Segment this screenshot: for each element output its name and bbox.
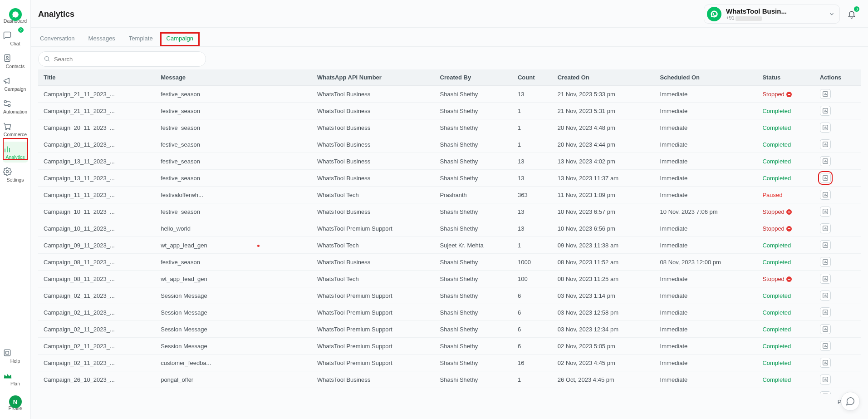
sidebar-item-contacts[interactable]: Contacts	[3, 51, 28, 72]
search-input[interactable]	[38, 51, 206, 67]
tab-template[interactable]: Template	[127, 30, 155, 46]
cell-api: WhatsTool Premium Support	[317, 326, 392, 333]
sidebar-item-profile[interactable]: NProfile	[3, 391, 28, 414]
cell-by: Shashi Shethy	[440, 376, 478, 383]
view-report-button[interactable]	[820, 190, 831, 200]
cell-by: Shashi Shethy	[440, 393, 478, 394]
sidebar-item-plan[interactable]: Plan	[3, 368, 28, 389]
view-report-button[interactable]	[820, 341, 831, 351]
view-report-button[interactable]	[820, 207, 831, 217]
cell-count: 6	[518, 309, 521, 316]
sidebar-item-chat[interactable]: Chat2	[3, 28, 28, 49]
tab-messages[interactable]: Messages	[87, 30, 117, 46]
table-row[interactable]: Campaign_21_11_2023_...festive_seasonWha…	[38, 86, 861, 103]
table-row[interactable]: Campaign_13_11_2023_...festive_seasonWha…	[38, 170, 861, 187]
bar-chart-icon	[822, 158, 829, 164]
view-report-button[interactable]	[820, 106, 831, 116]
sidebar-item-commerce[interactable]: Commerce	[3, 119, 28, 140]
cell-count: 13	[518, 393, 524, 394]
table-row[interactable]: Campaign_21_11_2023_...festive_seasonWha…	[38, 103, 861, 119]
view-report-button[interactable]	[820, 307, 831, 317]
table-row[interactable]: Campaign_02_11_2023_...Session MessageWh…	[38, 321, 861, 338]
cell-api: WhatsTool Tech	[317, 242, 359, 249]
table-row[interactable]: Campaign_11_11_2023_...festivalofferwh..…	[38, 187, 861, 203]
view-report-button[interactable]	[820, 156, 831, 166]
view-report-button[interactable]	[820, 89, 831, 99]
status-completed: Completed	[762, 326, 791, 333]
sidebar-badge: 2	[18, 27, 24, 33]
view-report-button[interactable]	[820, 291, 831, 301]
cell-count: 1	[518, 124, 521, 131]
chat-help-icon	[845, 396, 855, 406]
table-row[interactable]: Campaign_02_11_2023_...Session MessageWh…	[38, 338, 861, 355]
bar-chart-icon	[822, 393, 829, 394]
cell-created: 02 Nov, 2023 5:05 pm	[558, 343, 615, 350]
bar-chart-icon	[822, 242, 829, 248]
table-row[interactable]: Campaign_08_11_2023_...festive_seasonWha…	[38, 254, 861, 271]
chevron-down-icon	[829, 11, 835, 17]
view-report-button[interactable]	[820, 173, 831, 183]
table-row[interactable]: Campaign_09_11_2023_...wt_app_lead_genWh…	[38, 237, 861, 254]
table-row[interactable]: Campaign_17_10_2023_...festive_seasonWha…	[38, 388, 861, 394]
table-row[interactable]: Campaign_02_11_2023_...Session MessageWh…	[38, 304, 861, 321]
col-whatsapp-api-number: WhatsApp API Number	[312, 69, 434, 86]
col-created-on: Created On	[552, 69, 655, 86]
sidebar-item-help[interactable]: Help	[3, 345, 28, 366]
notifications-button[interactable]: 3	[844, 7, 859, 21]
table-row[interactable]: Campaign_10_11_2023_...festive_seasonWha…	[38, 203, 861, 220]
topbar: Analytics WhatsTool Busin... +91 3	[31, 0, 868, 28]
view-report-button[interactable]	[820, 257, 831, 267]
view-report-button[interactable]	[820, 240, 831, 250]
cell-title: Campaign_17_10_2023_...	[44, 393, 115, 394]
view-report-button[interactable]	[820, 324, 831, 334]
view-report-button[interactable]	[820, 375, 831, 384]
cell-message: festive_season	[161, 141, 200, 148]
view-report-button[interactable]	[820, 223, 831, 233]
table-row[interactable]: Campaign_20_11_2023_...festive_seasonWha…	[38, 119, 861, 136]
cell-message: customer_feedba...	[161, 360, 211, 366]
view-report-button[interactable]	[820, 391, 831, 394]
sidebar-item-campaign[interactable]: Campaign	[3, 74, 28, 94]
col-created-by: Created By	[435, 69, 512, 86]
cell-created: 08 Nov, 2023 11:25 am	[558, 276, 618, 282]
status-completed: Completed	[762, 124, 791, 131]
table-row[interactable]: Campaign_02_11_2023_...Session MessageWh…	[38, 287, 861, 304]
workspace-switcher[interactable]: WhatsTool Busin... +91	[704, 5, 840, 24]
table-row[interactable]: Campaign_02_11_2023_...customer_feedba..…	[38, 355, 861, 371]
cell-by: Shashi Shethy	[440, 292, 478, 299]
table-row[interactable]: Campaign_20_11_2023_...festive_seasonWha…	[38, 136, 861, 153]
sidebar-item-settings[interactable]: Settings	[3, 164, 28, 185]
col-status: Status	[757, 69, 814, 86]
view-report-button[interactable]	[820, 123, 831, 133]
cell-title: Campaign_09_11_2023_...	[44, 242, 115, 249]
table-row[interactable]: Campaign_26_10_2023_...pongal_offerWhats…	[38, 371, 861, 388]
view-report-button[interactable]	[820, 358, 831, 368]
cell-created: 03 Nov, 2023 1:14 pm	[558, 292, 615, 299]
status-completed: Completed	[762, 376, 791, 383]
cell-created: 10 Nov, 2023 6:56 pm	[558, 225, 615, 232]
cell-title: Campaign_02_11_2023_...	[44, 292, 115, 299]
help-bubble-button[interactable]	[841, 392, 860, 411]
table-row[interactable]: Campaign_10_11_2023_...hello_worldWhatsT…	[38, 220, 861, 237]
view-report-button[interactable]	[820, 274, 831, 284]
cell-message: festivalofferwh...	[161, 192, 203, 198]
sidebar-item-analytics[interactable]: Analytics	[3, 142, 28, 163]
cell-by: Shashi Shethy	[440, 141, 478, 148]
bar-chart-icon	[822, 309, 829, 315]
tab-campaign[interactable]: Campaign	[165, 30, 195, 46]
chat-icon	[3, 31, 28, 40]
cell-api: WhatsTool Business	[317, 175, 370, 182]
tab-conversation[interactable]: Conversation	[38, 30, 77, 46]
bar-chart-icon	[822, 376, 829, 383]
view-report-button[interactable]	[820, 139, 831, 149]
table-row[interactable]: Campaign_08_11_2023_...wt_app_lead_genWh…	[38, 271, 861, 287]
cell-title: Campaign_08_11_2023_...	[44, 259, 115, 266]
cell-scheduled: Immediate	[660, 360, 688, 366]
cell-api: WhatsTool Business	[317, 393, 370, 394]
svg-point-3	[8, 104, 10, 107]
sidebar-item-automation[interactable]: Automation	[3, 96, 28, 117]
sidebar-item-dashboard[interactable]: Dashboard	[3, 4, 28, 26]
table-row[interactable]: Campaign_13_11_2023_...festive_seasonWha…	[38, 153, 861, 170]
cell-message: festive_season	[161, 108, 200, 114]
status-completed: Completed	[762, 141, 791, 148]
